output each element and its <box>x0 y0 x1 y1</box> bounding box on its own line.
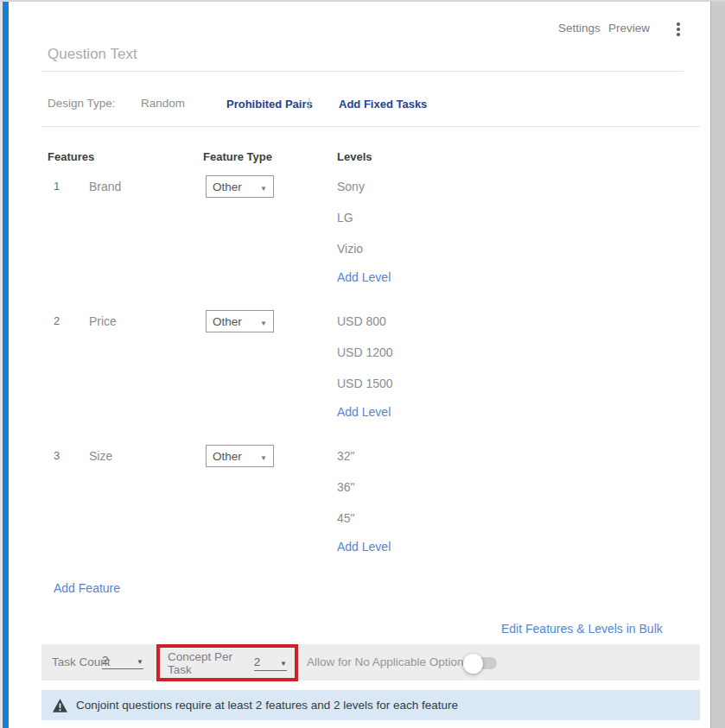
design-section-divider <box>41 126 700 127</box>
preview-button[interactable]: Preview <box>608 22 650 35</box>
add-level-link[interactable]: Add Level <box>337 405 391 419</box>
toggle-knob <box>463 654 483 674</box>
concept-per-task-select[interactable]: 2 <box>254 655 287 671</box>
edit-features-levels-bulk-link[interactable]: Edit Features & Levels in Bulk <box>501 622 663 636</box>
add-level-link[interactable]: Add Level <box>337 540 391 554</box>
level-value[interactable]: Vizio <box>337 242 363 256</box>
level-value[interactable]: USD 1200 <box>337 345 393 359</box>
add-fixed-tasks-link[interactable]: Add Fixed Tasks <box>339 98 427 111</box>
feature-type-column-header: Feature Type <box>203 150 272 163</box>
scrollbar[interactable] <box>710 2 725 728</box>
feature-name[interactable]: Size <box>89 449 112 463</box>
link-divider: | <box>308 96 311 110</box>
validation-warning-banner: Conjoint questions require at least 2 fe… <box>41 690 700 720</box>
concept-per-task-highlight: Concept Per Task 2 <box>156 644 298 681</box>
feature-index: 1 <box>54 180 60 193</box>
feature-index: 2 <box>54 314 60 327</box>
feature-type-select[interactable]: Other <box>206 310 274 332</box>
levels-column-header: Levels <box>337 150 372 163</box>
task-count-value: 2 <box>102 654 109 667</box>
feature-type-select-value: Other <box>213 180 242 193</box>
feature-type-select[interactable]: Other <box>206 445 274 467</box>
task-count-select[interactable]: 2 <box>102 654 143 669</box>
level-value[interactable]: 45" <box>337 511 355 525</box>
allow-na-toggle[interactable] <box>466 657 497 669</box>
concept-per-task-value: 2 <box>254 655 261 668</box>
add-level-link[interactable]: Add Level <box>337 270 391 284</box>
chevron-down-icon <box>280 655 287 668</box>
feature-index: 3 <box>54 449 60 462</box>
concept-per-task-label: Concept Per Task <box>168 650 248 676</box>
question-text-underline <box>41 71 684 72</box>
question-text-input[interactable]: Question Text <box>48 46 137 63</box>
feature-type-select[interactable]: Other <box>206 175 274 198</box>
level-value[interactable]: Sony <box>337 180 365 193</box>
left-accent-bar <box>3 2 9 728</box>
warning-triangle-icon <box>53 699 67 712</box>
prohibited-pairs-link[interactable]: Prohibited Pairs <box>226 98 313 111</box>
design-type-label: Design Type: <box>48 97 116 110</box>
chevron-down-icon <box>137 654 143 667</box>
chevron-down-icon <box>260 315 267 328</box>
allow-na-label: Allow for No Applicable Option <box>307 655 464 668</box>
chevron-down-icon <box>260 450 267 463</box>
conjoint-settings-bar: Task Count 2 Concept Per Task 2 Allow fo… <box>41 644 700 681</box>
level-value[interactable]: USD 1500 <box>337 377 393 390</box>
warning-message: Conjoint questions require at least 2 fe… <box>76 699 458 712</box>
chevron-down-icon <box>260 180 267 193</box>
design-type-value[interactable]: Random <box>141 97 185 110</box>
feature-name[interactable]: Price <box>89 314 117 328</box>
level-value[interactable]: 32" <box>337 449 355 463</box>
feature-name[interactable]: Brand <box>89 180 121 193</box>
level-value[interactable]: USD 800 <box>337 314 386 328</box>
level-value[interactable]: LG <box>337 211 353 225</box>
settings-button[interactable]: Settings <box>558 22 601 35</box>
add-feature-link[interactable]: Add Feature <box>54 581 120 595</box>
features-column-header: Features <box>48 150 94 163</box>
level-value[interactable]: 36" <box>337 480 355 494</box>
conjoint-question-editor: Settings Preview Question Text Design Ty… <box>0 0 725 728</box>
feature-type-select-value: Other <box>213 450 242 463</box>
kebab-menu-icon[interactable] <box>675 21 682 38</box>
feature-type-select-value: Other <box>213 315 242 328</box>
